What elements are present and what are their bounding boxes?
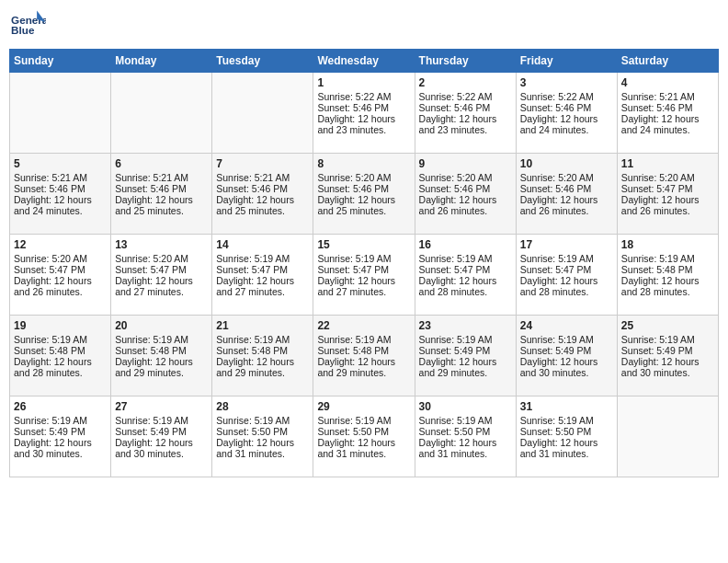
- daylight: Daylight: 12 hours and 25 minutes.: [115, 194, 193, 216]
- daylight: Daylight: 12 hours and 28 minutes.: [14, 356, 92, 378]
- calendar-cell: 19Sunrise: 5:19 AMSunset: 5:48 PMDayligh…: [10, 316, 111, 396]
- day-number: 4: [621, 76, 714, 89]
- calendar-cell: 12Sunrise: 5:20 AMSunset: 5:47 PMDayligh…: [10, 235, 111, 316]
- day-number: 20: [115, 319, 208, 332]
- day-number: 21: [216, 319, 309, 332]
- week-row-2: 5Sunrise: 5:21 AMSunset: 5:46 PMDaylight…: [10, 154, 719, 235]
- calendar-cell: 20Sunrise: 5:19 AMSunset: 5:48 PMDayligh…: [111, 316, 212, 396]
- daylight: Daylight: 12 hours and 30 minutes.: [14, 437, 92, 459]
- sunrise: Sunrise: 5:19 AM: [419, 415, 493, 426]
- sunrise: Sunrise: 5:19 AM: [216, 334, 290, 345]
- day-number: 16: [419, 238, 512, 251]
- sunset: Sunset: 5:49 PM: [419, 345, 491, 356]
- day-number: 9: [419, 157, 512, 170]
- daylight: Daylight: 12 hours and 30 minutes.: [621, 356, 700, 378]
- sunrise: Sunrise: 5:19 AM: [621, 334, 695, 345]
- sunset: Sunset: 5:50 PM: [419, 426, 491, 437]
- day-number: 11: [621, 157, 714, 170]
- sunset: Sunset: 5:46 PM: [520, 102, 592, 113]
- calendar-cell: 16Sunrise: 5:19 AMSunset: 5:47 PMDayligh…: [415, 235, 516, 316]
- daylight: Daylight: 12 hours and 23 minutes.: [419, 113, 497, 135]
- daylight: Daylight: 12 hours and 31 minutes.: [520, 437, 598, 459]
- daylight: Daylight: 12 hours and 25 minutes.: [317, 194, 395, 216]
- day-number: 31: [520, 400, 613, 413]
- daylight: Daylight: 12 hours and 31 minutes.: [419, 437, 497, 459]
- calendar-cell: 14Sunrise: 5:19 AMSunset: 5:47 PMDayligh…: [212, 235, 313, 316]
- calendar-cell: 27Sunrise: 5:19 AMSunset: 5:49 PMDayligh…: [111, 396, 212, 477]
- calendar-cell: 28Sunrise: 5:19 AMSunset: 5:50 PMDayligh…: [212, 396, 313, 477]
- day-number: 17: [520, 238, 613, 251]
- week-row-1: 1Sunrise: 5:22 AMSunset: 5:46 PMDaylight…: [10, 73, 719, 154]
- daylight: Daylight: 12 hours and 29 minutes.: [216, 356, 294, 378]
- sunrise: Sunrise: 5:19 AM: [520, 415, 594, 426]
- sunset: Sunset: 5:48 PM: [317, 345, 389, 356]
- sunset: Sunset: 5:47 PM: [419, 264, 491, 275]
- sunset: Sunset: 5:49 PM: [115, 426, 187, 437]
- sunrise: Sunrise: 5:19 AM: [419, 253, 493, 264]
- calendar-cell: 13Sunrise: 5:20 AMSunset: 5:47 PMDayligh…: [111, 235, 212, 316]
- day-number: 5: [14, 157, 107, 170]
- daylight: Daylight: 12 hours and 31 minutes.: [317, 437, 395, 459]
- daylight: Daylight: 12 hours and 24 minutes.: [14, 194, 92, 216]
- day-number: 3: [520, 76, 613, 89]
- sunset: Sunset: 5:49 PM: [621, 345, 693, 356]
- weekday-header-tuesday: Tuesday: [212, 50, 313, 73]
- day-number: 28: [216, 400, 309, 413]
- daylight: Daylight: 12 hours and 28 minutes.: [520, 275, 598, 297]
- day-number: 2: [419, 76, 512, 89]
- daylight: Daylight: 12 hours and 29 minutes.: [115, 356, 193, 378]
- logo-icon: General Blue: [9, 9, 46, 41]
- calendar-cell: 18Sunrise: 5:19 AMSunset: 5:48 PMDayligh…: [617, 235, 718, 316]
- sunrise: Sunrise: 5:22 AM: [419, 91, 493, 102]
- sunrise: Sunrise: 5:19 AM: [14, 334, 87, 345]
- calendar-cell: 6Sunrise: 5:21 AMSunset: 5:46 PMDaylight…: [111, 154, 212, 235]
- day-number: 6: [115, 157, 208, 170]
- daylight: Daylight: 12 hours and 27 minutes.: [115, 275, 193, 297]
- daylight: Daylight: 12 hours and 30 minutes.: [520, 356, 598, 378]
- sunset: Sunset: 5:50 PM: [520, 426, 592, 437]
- calendar-cell: 23Sunrise: 5:19 AMSunset: 5:49 PMDayligh…: [415, 316, 516, 396]
- weekday-header-thursday: Thursday: [415, 50, 516, 73]
- sunset: Sunset: 5:49 PM: [520, 345, 592, 356]
- weekday-header-saturday: Saturday: [617, 50, 718, 73]
- calendar-table: SundayMondayTuesdayWednesdayThursdayFrid…: [9, 49, 719, 477]
- calendar-cell: 29Sunrise: 5:19 AMSunset: 5:50 PMDayligh…: [313, 396, 415, 477]
- sunrise: Sunrise: 5:19 AM: [621, 253, 695, 264]
- week-row-5: 26Sunrise: 5:19 AMSunset: 5:49 PMDayligh…: [10, 396, 719, 477]
- day-number: 19: [14, 319, 107, 332]
- sunrise: Sunrise: 5:21 AM: [14, 172, 87, 183]
- day-number: 27: [115, 400, 208, 413]
- sunrise: Sunrise: 5:19 AM: [520, 334, 594, 345]
- daylight: Daylight: 12 hours and 26 minutes.: [520, 194, 598, 216]
- daylight: Daylight: 12 hours and 27 minutes.: [216, 275, 294, 297]
- sunset: Sunset: 5:46 PM: [419, 183, 491, 194]
- weekday-header-friday: Friday: [516, 50, 617, 73]
- sunset: Sunset: 5:49 PM: [14, 426, 85, 437]
- day-number: 18: [621, 238, 714, 251]
- sunset: Sunset: 5:47 PM: [317, 264, 389, 275]
- sunset: Sunset: 5:46 PM: [520, 183, 592, 194]
- sunrise: Sunrise: 5:21 AM: [216, 172, 290, 183]
- sunrise: Sunrise: 5:19 AM: [216, 415, 290, 426]
- sunrise: Sunrise: 5:20 AM: [317, 172, 391, 183]
- sunrise: Sunrise: 5:21 AM: [115, 172, 188, 183]
- page-header: General Blue: [9, 9, 719, 41]
- sunset: Sunset: 5:46 PM: [216, 183, 288, 194]
- calendar-cell: [212, 73, 313, 154]
- day-number: 23: [419, 319, 512, 332]
- day-number: 10: [520, 157, 613, 170]
- sunset: Sunset: 5:46 PM: [317, 102, 389, 113]
- day-number: 1: [317, 76, 410, 89]
- calendar-cell: 1Sunrise: 5:22 AMSunset: 5:46 PMDaylight…: [313, 73, 415, 154]
- sunrise: Sunrise: 5:19 AM: [317, 415, 391, 426]
- sunrise: Sunrise: 5:19 AM: [14, 415, 87, 426]
- day-number: 14: [216, 238, 309, 251]
- day-number: 12: [14, 238, 107, 251]
- calendar-cell: 8Sunrise: 5:20 AMSunset: 5:46 PMDaylight…: [313, 154, 415, 235]
- calendar-cell: 3Sunrise: 5:22 AMSunset: 5:46 PMDaylight…: [516, 73, 617, 154]
- calendar-cell: 22Sunrise: 5:19 AMSunset: 5:48 PMDayligh…: [313, 316, 415, 396]
- calendar-cell: [111, 73, 212, 154]
- sunset: Sunset: 5:46 PM: [317, 183, 389, 194]
- daylight: Daylight: 12 hours and 25 minutes.: [216, 194, 294, 216]
- sunrise: Sunrise: 5:22 AM: [520, 91, 594, 102]
